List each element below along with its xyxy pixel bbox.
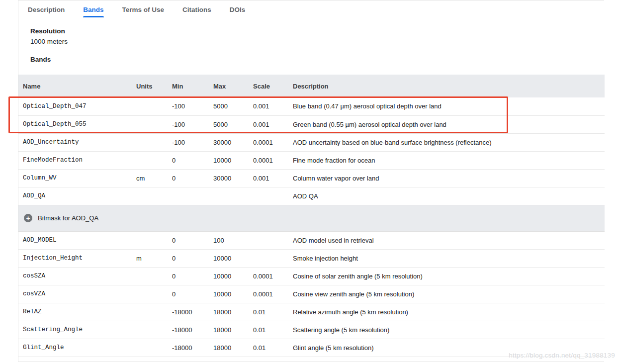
cell-name: AOD_Uncertainty [18, 133, 132, 151]
cell-scale: 0.001 [249, 97, 288, 115]
band-row: FineModeFraction0100000.0001Fine mode fr… [18, 151, 605, 169]
cell-scale: 0.001 [249, 169, 288, 187]
cell-units [132, 285, 168, 303]
cell-min: -100 [168, 115, 209, 133]
tab-description[interactable]: Description [28, 0, 65, 19]
cell-scale: 0.01 [249, 339, 288, 357]
cell-units: cm [132, 169, 168, 187]
cell-description: AOD uncertainty based on blue-band surfa… [288, 133, 605, 151]
resolution-heading: Resolution [30, 27, 604, 35]
cell-max: 10000 [209, 267, 249, 285]
cell-name: Optical_Depth_047 [18, 97, 132, 115]
resolution-value: 1000 meters [30, 38, 604, 46]
cell-description: Scattering angle (5 km resolution) [288, 321, 605, 339]
cell-scale: 0.001 [249, 115, 288, 133]
col-header-name: Name [18, 75, 132, 97]
cell-units [132, 151, 168, 169]
tab-bar: Description Bands Terms of Use Citations… [18, 0, 604, 19]
cell-name: Optical_Depth_055 [18, 115, 132, 133]
cell-units [132, 303, 168, 321]
cell-min: 0 [168, 231, 209, 249]
cell-min [168, 187, 209, 205]
band-row: Scattering_Angle-18000180000.01Scatterin… [18, 321, 605, 339]
watermark: https://blog.csdn.net/qq_31988139 [509, 352, 615, 359]
cell-max: 10000 [209, 249, 249, 267]
cell-scale: 0.0001 [249, 151, 288, 169]
band-row: AOD_QAAOD QA [18, 187, 605, 205]
cell-scale: 0.0001 [249, 133, 288, 151]
cell-units: m [132, 249, 168, 267]
cell-name: Glint_Angle [18, 339, 132, 357]
band-row: RelAZ-18000180000.01Relative azimuth ang… [18, 303, 605, 321]
tab-bands[interactable]: Bands [83, 0, 103, 19]
band-row: Column_WVcm0300000.001Column water vapor… [18, 169, 605, 187]
tab-citations[interactable]: Citations [182, 0, 211, 19]
cell-scale [249, 187, 288, 205]
cell-description: Blue band (0.47 µm) aerosol optical dept… [288, 97, 605, 115]
cell-max: 30000 [209, 133, 249, 151]
col-header-max: Max [209, 75, 249, 97]
band-row: AOD_Uncertainty-100300000.0001AOD uncert… [18, 133, 605, 151]
cell-units [132, 339, 168, 357]
cell-units [132, 133, 168, 151]
cell-min: 0 [168, 151, 209, 169]
cell-scale: 0.0001 [249, 267, 288, 285]
band-row: Optical_Depth_055-10050000.001Green band… [18, 115, 605, 133]
dataset-card: Description Bands Terms of Use Citations… [18, 0, 604, 362]
bitmask-label: Bitmask for AOD_QA [38, 214, 98, 222]
cell-description: Column water vapor over land [288, 169, 605, 187]
cell-min: -18000 [168, 339, 209, 357]
cell-description: Relative azimuth angle (5 km resolution) [288, 303, 605, 321]
cell-units [132, 267, 168, 285]
cell-scale: 0.01 [249, 303, 288, 321]
cell-name: FineModeFraction [18, 151, 132, 169]
cell-scale: 0.0001 [249, 285, 288, 303]
cell-units [132, 115, 168, 133]
cell-units [132, 97, 168, 115]
cell-max: 5000 [209, 115, 249, 133]
tab-dois[interactable]: DOIs [230, 0, 246, 19]
cell-scale [249, 249, 288, 267]
cell-max: 30000 [209, 169, 249, 187]
info-section: Resolution 1000 meters Bands [18, 27, 604, 64]
cell-units [132, 321, 168, 339]
cell-min: 0 [168, 169, 209, 187]
cell-name: Column_WV [18, 169, 132, 187]
cell-max: 18000 [209, 339, 249, 357]
cell-max: 5000 [209, 97, 249, 115]
cell-min: -100 [168, 97, 209, 115]
col-header-scale: Scale [249, 75, 288, 97]
cell-scale [249, 231, 288, 249]
bands-table-body: Optical_Depth_047-10050000.001Blue band … [18, 97, 605, 357]
page: Description Bands Terms of Use Citations… [0, 0, 618, 364]
band-row: AOD_MODEL0100AOD model used in retrieval [18, 231, 605, 249]
cell-description: Smoke injection height [288, 249, 605, 267]
cell-name: cosSZA [18, 267, 132, 285]
band-row: Injection_Heightm010000Smoke injection h… [18, 249, 605, 267]
bands-table: Name Units Min Max Scale Description Opt… [18, 75, 605, 357]
tab-terms-of-use[interactable]: Terms of Use [122, 0, 165, 19]
band-row: cosVZA0100000.0001Cosine view zenith ang… [18, 285, 605, 303]
cell-max: 10000 [209, 285, 249, 303]
table-header-row: Name Units Min Max Scale Description [18, 75, 605, 97]
col-header-min: Min [168, 75, 209, 97]
cell-min: -18000 [168, 303, 209, 321]
cell-name: AOD_MODEL [18, 231, 132, 249]
plus-circle-icon[interactable]: + [24, 214, 32, 222]
cell-scale: 0.01 [249, 321, 288, 339]
bitmask-cell: +Bitmask for AOD_QA [18, 205, 605, 231]
cell-min: 0 [168, 267, 209, 285]
cell-description: AOD model used in retrieval [288, 231, 605, 249]
cell-min: 0 [168, 249, 209, 267]
cell-max: 18000 [209, 303, 249, 321]
cell-name: AOD_QA [18, 187, 132, 205]
col-header-description: Description [288, 75, 605, 97]
cell-name: RelAZ [18, 303, 132, 321]
cell-max: 100 [209, 231, 249, 249]
cell-name: Scattering_Angle [18, 321, 132, 339]
cell-name: cosVZA [18, 285, 132, 303]
cell-units [132, 231, 168, 249]
cell-description: Fine mode fraction for ocean [288, 151, 605, 169]
cell-units [132, 187, 168, 205]
cell-description: Cosine of solar zenith angle (5 km resol… [288, 267, 605, 285]
